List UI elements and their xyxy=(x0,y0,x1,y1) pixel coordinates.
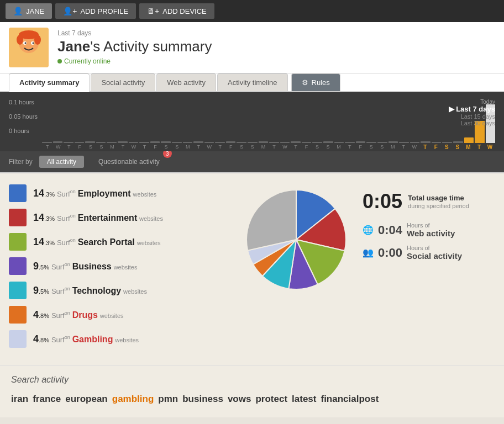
chart-bar xyxy=(442,142,452,143)
chart-x-label: M xyxy=(258,144,269,150)
tab-rules[interactable]: ⚙ Rules xyxy=(291,73,340,91)
add-device-icon: 🖥+ xyxy=(147,7,159,15)
tab-activity-timeline[interactable]: Activity timeline xyxy=(217,73,288,91)
globe-icon: 🌐 xyxy=(363,225,374,235)
page-title: Jane's Activity summary xyxy=(57,38,495,55)
chart-bar xyxy=(172,142,182,143)
chart-bar xyxy=(345,142,355,143)
chart-x-label: F xyxy=(75,144,86,150)
add-profile-icon: 👤+ xyxy=(63,7,77,15)
chart-legend: Today ▶ Last 7 days Last 15 days Last 30… xyxy=(449,99,495,126)
chart-bar xyxy=(259,141,269,143)
chart-bar xyxy=(204,142,214,143)
user-avatar xyxy=(9,28,49,67)
chart-x-label: T xyxy=(420,144,431,150)
activity-item: 9.5% Surfon Technology websites xyxy=(9,282,230,299)
chart-x-label: T xyxy=(118,144,129,150)
chart-bar xyxy=(183,142,193,143)
web-activity-stat: 🌐 0:04 Hours of Web activity xyxy=(363,222,495,238)
chart-x-label: F xyxy=(225,144,237,150)
chart-bar xyxy=(129,142,139,143)
tab-activity-summary[interactable]: Activity summary xyxy=(9,73,90,92)
activity-color-box xyxy=(9,209,27,226)
search-tags: iranfranceeuropeangamblingpmnbusinessvow… xyxy=(11,391,493,406)
filter-all-button[interactable]: All activity xyxy=(39,156,84,168)
svg-point-3 xyxy=(17,35,23,45)
search-tag[interactable]: vows xyxy=(228,391,251,406)
tab-social-activity[interactable]: Social activity xyxy=(91,73,155,91)
search-tag[interactable]: protect xyxy=(255,391,287,406)
chart-x-label: W xyxy=(280,144,291,150)
chart-x-label: W xyxy=(409,144,420,150)
chart-x-label: S xyxy=(161,144,172,150)
chart-bar xyxy=(421,141,431,143)
jane-profile-button[interactable]: 👤 JANE xyxy=(6,3,52,19)
page-header: Last 7 days Jane's Activity summary Curr… xyxy=(0,22,504,73)
chart-bar xyxy=(453,141,463,143)
chart-x-label: S xyxy=(376,144,387,150)
social-activity-stat: 👥 0:00 Hours of Social activity xyxy=(363,245,495,261)
chart-bar xyxy=(280,142,290,143)
chart-bar xyxy=(248,142,258,143)
web-time-value: 0:04 xyxy=(378,223,402,237)
chart-x-label: T xyxy=(398,144,410,150)
chart-x-label: T xyxy=(474,144,485,150)
questionable-filter-wrapper: Questionable activity3 xyxy=(91,156,172,168)
chart-x-label: F xyxy=(150,144,161,150)
total-time-label: Total usage time xyxy=(408,194,469,203)
activity-color-box xyxy=(9,184,27,202)
chart-x-label: S xyxy=(452,144,463,150)
chart-x-label: T xyxy=(42,144,53,150)
search-tag[interactable]: financialpost xyxy=(321,391,379,406)
search-tag[interactable]: france xyxy=(33,391,61,406)
search-tag[interactable]: gambling xyxy=(112,391,154,406)
chart-x-label: T xyxy=(215,144,226,150)
add-profile-button[interactable]: 👤+ ADD PROFILE xyxy=(55,3,136,19)
chart-bar xyxy=(464,137,474,143)
tab-bar: Activity summary Social activity Web act… xyxy=(0,73,504,92)
chart-x-label: S xyxy=(237,144,248,150)
social-time-value: 0:00 xyxy=(378,246,402,260)
filter-questionable-button[interactable]: Questionable activity xyxy=(91,156,167,168)
chart-x-label: S xyxy=(323,144,334,150)
add-device-button[interactable]: 🖥+ ADD DEVICE xyxy=(139,3,214,19)
chart-x-label: S xyxy=(442,144,453,150)
activity-color-box xyxy=(9,257,27,275)
main-content: 14.3% Surfon Employment websites14.3% Su… xyxy=(0,173,504,365)
tab-web-activity[interactable]: Web activity xyxy=(156,73,216,91)
chart-x-label: S xyxy=(312,144,323,150)
svg-point-7 xyxy=(25,43,27,44)
search-tag[interactable]: business xyxy=(182,391,223,406)
chart-x-label: T xyxy=(290,144,301,150)
activity-color-box xyxy=(9,306,27,324)
filter-label: Filter by xyxy=(9,158,33,166)
chart-x-label: T xyxy=(344,144,355,150)
chart-bar xyxy=(161,141,171,143)
activity-item: 4.8% Surfon Gambling websites xyxy=(9,330,230,348)
chart-x-label: M xyxy=(463,144,474,150)
search-tag[interactable]: european xyxy=(65,391,108,406)
filter-bar: Filter by All activity Questionable acti… xyxy=(0,151,504,172)
svg-point-8 xyxy=(33,43,34,44)
chart-x-label: T xyxy=(64,144,75,150)
chart-x-label: W xyxy=(204,144,215,150)
user-icon: 👤 xyxy=(13,7,23,15)
chart-bar xyxy=(96,142,106,143)
search-tag[interactable]: latest xyxy=(292,391,316,406)
chart-bar xyxy=(237,142,246,143)
chart-bar xyxy=(42,142,52,143)
chart-bar xyxy=(366,142,376,143)
chart-x-label: F xyxy=(431,144,442,150)
chart-bar xyxy=(432,142,442,143)
activity-item: 14.3% Surfon Entertainment websites xyxy=(9,209,230,226)
chart-x-label: M xyxy=(182,144,193,150)
chart-bar xyxy=(85,141,95,143)
search-tag[interactable]: iran xyxy=(11,391,28,406)
activity-list: 14.3% Surfon Employment websites14.3% Su… xyxy=(9,184,230,354)
chart-bar xyxy=(291,141,301,143)
online-dot xyxy=(57,59,62,63)
chart-bar xyxy=(150,141,160,143)
activity-color-box xyxy=(9,233,27,251)
search-tag[interactable]: pmn xyxy=(158,391,178,406)
chart-x-label: T xyxy=(269,144,280,150)
